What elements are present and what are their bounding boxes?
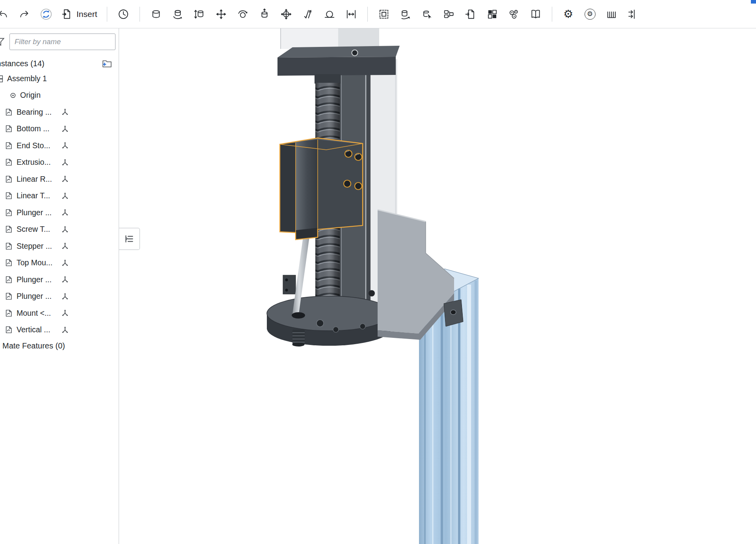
tree-item-bearing[interactable]: Bearing ... [0,104,119,121]
mate-connector-icon[interactable] [61,209,69,216]
instances-header: Instances (14) [0,59,45,68]
assembly-scene[interactable] [119,28,756,544]
assembly-toolbar: Insert⚙⚙ [0,0,756,28]
mate-connector-icon[interactable] [61,175,69,183]
assembly-icon [0,75,4,83]
mate-connector-icon[interactable] [61,225,69,233]
replicate-icon[interactable] [397,4,415,24]
edit-mate-connector-icon[interactable] [418,4,436,24]
tree-item-mount[interactable]: Mount <... [0,305,119,322]
mate-connector-icon[interactable] [61,142,69,149]
mate-connector-icon[interactable] [61,259,69,267]
part-instance-icon [5,209,13,217]
clipped-tool-icon[interactable] [624,4,642,24]
linear-pattern-icon[interactable] [483,4,501,24]
selected-carriage[interactable] [280,138,363,240]
add-folder-icon[interactable] [102,59,112,69]
part-instance-icon [5,225,13,233]
mate-connector-icon[interactable] [61,326,69,334]
redo-icon[interactable] [15,4,34,24]
plunger-tip[interactable] [292,330,305,347]
revolve-tool-icon[interactable] [114,4,132,24]
part-instance-icon [5,242,13,250]
settings-gears-icon[interactable]: ⚙ [559,4,577,24]
mate-connector-icon[interactable] [61,242,69,250]
corner-notification [751,0,756,4]
rack-tool-icon[interactable] [603,4,621,24]
tree-item-plunger[interactable]: Plunger ... [0,204,119,221]
filter-input[interactable] [9,34,115,50]
tree-item-extrusio[interactable]: Extrusio... [0,154,119,171]
tree-item-screw-t[interactable]: Screw T... [0,221,119,238]
tree-item-plunger[interactable]: Plunger ... [0,288,119,305]
instances-header-row: Instances (14) [0,59,112,69]
filter-row [0,34,115,50]
motion-gear-icon[interactable]: ⚙ [581,4,599,24]
parallel-mate-icon[interactable] [299,4,317,24]
mate-connector-icon[interactable] [61,125,69,133]
filter-funnel-icon[interactable] [0,37,6,47]
part-instance-icon [5,125,13,133]
toolbar-separator [552,7,552,22]
tree-item-end-sto[interactable]: End Sto... [0,137,119,154]
named-views-icon[interactable] [527,4,545,24]
mate-connector-icon[interactable] [61,158,69,166]
instances-tree: Assembly 1 Origin Bearing ... Bottom ...… [0,70,119,338]
part-instance-icon [5,276,13,284]
part-instance-icon [5,175,13,183]
mate-connector-icon[interactable] [61,108,69,116]
toolbar-separator [367,7,368,22]
extrusion-clamp[interactable] [444,300,463,326]
toolbar-separator [107,7,107,22]
part-instance-icon [5,326,13,334]
transfer-page-icon[interactable] [462,4,480,24]
stepper-motor[interactable] [277,28,400,76]
insert-button[interactable]: Insert [59,4,100,24]
tree-item-linear-t[interactable]: Linear T... [0,188,119,205]
ball-mate-icon[interactable] [234,4,252,24]
part-instance-icon [5,192,13,200]
mate-connector-tool-icon[interactable] [342,4,360,24]
bottom-plate[interactable] [267,296,391,346]
gear-relation-icon[interactable] [505,4,523,24]
part-instance-icon [5,142,13,150]
mate-features-header: Mate Features (0) [2,341,119,350]
slider-mate-icon[interactable] [190,4,209,24]
tree-item-plunger[interactable]: Plunger ... [0,271,119,288]
tree-item-vertical[interactable]: Vertical ... [0,322,119,339]
part-instance-icon [5,292,13,300]
instances-panel: Instances (14) Assembly 1 Origin Bearing… [0,28,119,544]
fastened-mate-icon[interactable] [147,4,165,24]
part-instance-icon [5,309,13,317]
mate-connector-icon[interactable] [61,309,69,317]
tangent-mate-icon[interactable] [320,4,339,24]
mate-connector-icon[interactable] [61,192,69,200]
planar-mate-icon[interactable] [212,4,230,24]
undo-icon[interactable] [0,4,12,24]
toolbar-items: Insert⚙⚙ [0,4,642,24]
limit-bracket[interactable] [283,275,296,294]
part-instance-icon [5,108,13,116]
instances-panel-toggle[interactable] [119,228,140,250]
pin-slot-mate-icon[interactable] [277,4,295,24]
revolute-mate-icon[interactable] [169,4,187,24]
panel-list-icon [124,233,135,244]
mate-connector-icon[interactable] [61,292,69,300]
insert-parts-icon[interactable] [440,4,458,24]
group-select-icon[interactable] [375,4,393,24]
tree-item-origin[interactable]: Origin [0,87,119,104]
tree-item-linear-r[interactable]: Linear R... [0,171,119,188]
cylindrical-mate-icon[interactable] [255,4,274,24]
tree-item-bottom[interactable]: Bottom ... [0,121,119,138]
tree-item-top-mou[interactable]: Top Mou... [0,255,119,272]
mate-connector-icon[interactable] [61,276,69,283]
origin-icon [9,92,17,99]
part-instance-icon [5,259,13,267]
graphics-viewport[interactable] [119,28,756,544]
toolbar-separator [140,7,140,22]
tree-item-assembly-1[interactable]: Assembly 1 [0,70,119,87]
part-instance-icon [5,158,13,166]
sync-rotate-icon[interactable] [37,4,55,24]
tree-item-stepper[interactable]: Stepper ... [0,238,119,255]
